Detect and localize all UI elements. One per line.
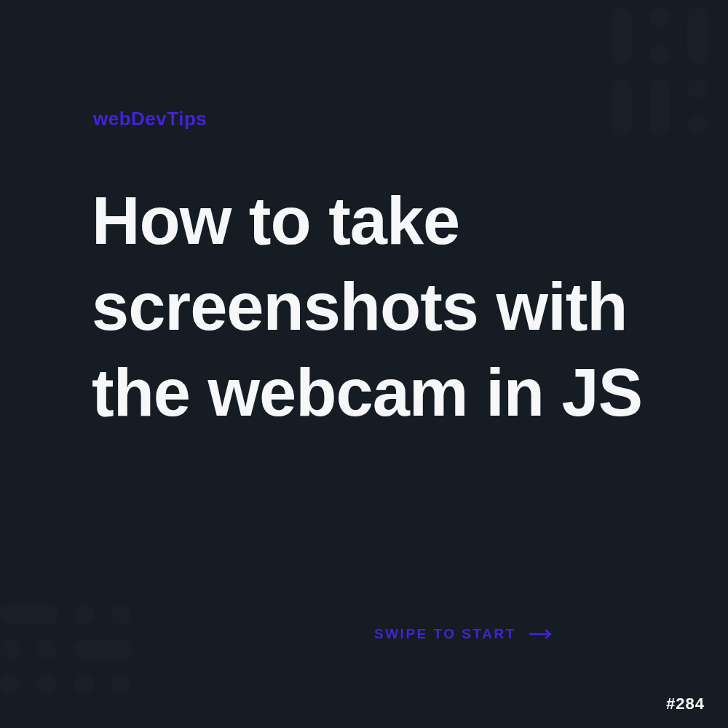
brand-label: webDevTips — [93, 108, 207, 130]
arrow-right-icon — [529, 628, 553, 640]
swipe-cta[interactable]: SWIPE TO START — [374, 626, 553, 642]
slide-counter: #284 — [666, 695, 705, 713]
page-title: How to take screenshots with the webcam … — [92, 178, 655, 435]
decoration-bottom-left — [0, 604, 131, 728]
swipe-label: SWIPE TO START — [374, 626, 516, 642]
decoration-top-right — [612, 7, 728, 153]
